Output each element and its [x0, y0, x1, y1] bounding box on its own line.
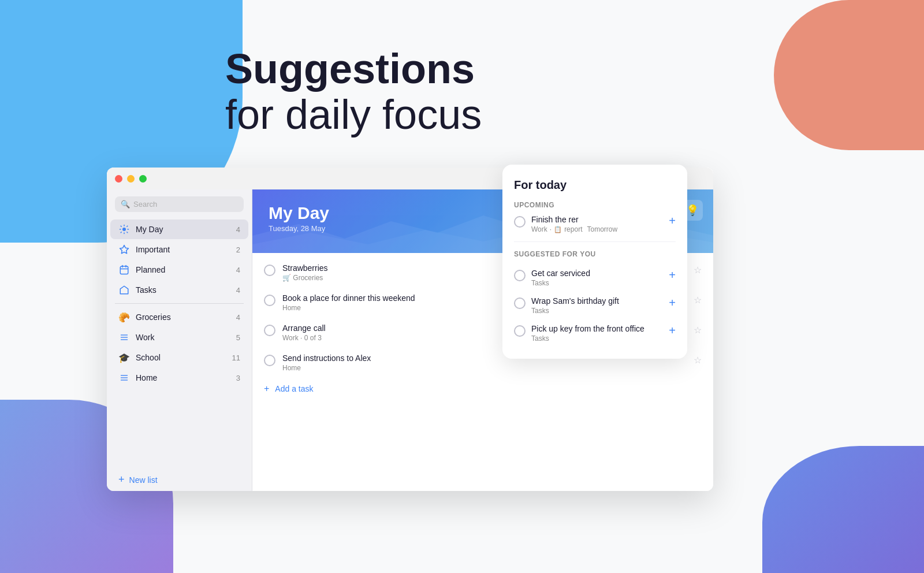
suggested-content: Get car serviced Tasks [531, 269, 663, 287]
upcoming-meta-type: report [564, 225, 582, 233]
new-list-label: New list [129, 475, 158, 485]
task-checkbox[interactable] [264, 295, 275, 306]
svg-rect-2 [120, 266, 128, 274]
calendar-mini-icon: 📋 [554, 226, 562, 233]
nav-divider [115, 303, 244, 304]
sidebar-item-important[interactable]: Important 2 [110, 240, 248, 259]
upcoming-label: Upcoming [514, 201, 676, 209]
task-checkbox[interactable] [264, 325, 275, 336]
plus-icon: + [264, 384, 269, 394]
suggested-title: Get car serviced [531, 269, 663, 278]
sidebar-item-tasks-label: Tasks [136, 285, 230, 295]
sidebar-item-school-count: 11 [232, 354, 240, 362]
star-icon[interactable]: ☆ [694, 355, 702, 366]
suggested-item-3: Pick up key from the front office Tasks … [514, 319, 676, 347]
suggested-list: Tasks [531, 307, 663, 315]
suggested-item-1: Get car serviced Tasks + [514, 264, 676, 292]
suggested-add-button[interactable]: + [669, 296, 676, 310]
svg-marker-1 [120, 245, 129, 254]
suggested-checkbox[interactable] [514, 297, 526, 309]
close-button[interactable] [115, 175, 122, 183]
sidebar-item-my-day-label: My Day [136, 225, 230, 234]
add-task-button[interactable]: + Add a task [252, 378, 713, 400]
calendar-icon [118, 264, 130, 276]
suggested-add-button[interactable]: + [669, 324, 676, 337]
plus-icon: + [118, 474, 125, 486]
sidebar-item-planned-label: Planned [136, 265, 230, 274]
suggested-label: Suggested for you [514, 250, 676, 258]
suggested-list: Tasks [531, 334, 663, 343]
upcoming-add-button[interactable]: + [669, 215, 676, 226]
sidebar: 🔍 Search My Day 4 [107, 168, 252, 491]
sidebar-item-home-count: 3 [236, 374, 240, 382]
bg-coral-top-right [774, 0, 924, 150]
upcoming-item: Finish the rer Work · 📋 report Tomorrow … [514, 215, 676, 242]
upcoming-content: Finish the rer Work · 📋 report Tomorrow [531, 215, 663, 233]
star-icon[interactable]: ☆ [694, 325, 702, 336]
for-today-title: For today [514, 178, 676, 192]
sidebar-item-groceries[interactable]: 🥐 Groceries 4 [110, 307, 248, 327]
list-icon-home [118, 372, 130, 384]
sidebar-item-work-label: Work [136, 333, 230, 342]
sidebar-item-school-label: School [136, 353, 226, 362]
suggested-checkbox[interactable] [514, 270, 526, 281]
upcoming-meta-date: Tomorrow [587, 225, 617, 233]
hero-title: Suggestions [225, 46, 482, 92]
suggested-add-button[interactable]: + [669, 269, 676, 282]
svg-point-0 [122, 228, 126, 231]
suggested-list: Tasks [531, 279, 663, 287]
sidebar-item-work-count: 5 [236, 333, 240, 342]
search-icon: 🔍 [121, 200, 130, 209]
suggested-content: Wrap Sam's birthday gift Tasks [531, 296, 663, 315]
sidebar-item-my-day-count: 4 [236, 225, 240, 234]
new-list-button[interactable]: + New list [110, 469, 248, 490]
suggested-section: Suggested for you Get car serviced Tasks… [514, 250, 676, 347]
upcoming-meta: Work · 📋 report Tomorrow [531, 225, 663, 233]
sidebar-item-planned-count: 4 [236, 266, 240, 274]
sidebar-item-tasks[interactable]: Tasks 4 [110, 280, 248, 300]
task-subtitle: Home [282, 364, 687, 372]
fullscreen-button[interactable] [139, 175, 147, 183]
search-input[interactable]: Search [133, 200, 157, 209]
suggested-title: Wrap Sam's birthday gift [531, 296, 663, 306]
sidebar-item-work[interactable]: Work 5 [110, 328, 248, 347]
sidebar-item-important-count: 2 [236, 245, 240, 254]
suggested-item-2: Wrap Sam's birthday gift Tasks + [514, 292, 676, 319]
upcoming-checkbox[interactable] [514, 216, 526, 228]
for-today-panel: For today Upcoming Finish the rer Work ·… [502, 165, 687, 359]
suggested-title: Pick up key from the front office [531, 324, 663, 333]
sun-icon [118, 224, 130, 235]
star-icon[interactable]: ☆ [694, 295, 702, 306]
star-icon[interactable]: ☆ [694, 265, 702, 276]
sidebar-item-groceries-count: 4 [236, 313, 240, 322]
sidebar-item-important-label: Important [136, 245, 230, 254]
task-checkbox[interactable] [264, 265, 275, 276]
add-task-label: Add a task [275, 384, 313, 393]
sidebar-item-planned[interactable]: Planned 4 [110, 260, 248, 280]
suggested-checkbox[interactable] [514, 325, 526, 337]
home-icon [118, 284, 130, 296]
nav-items: My Day 4 Important 2 [107, 217, 252, 468]
upcoming-title: Finish the rer [531, 215, 663, 224]
bg-blue-bottom-right [762, 446, 924, 573]
upcoming-meta-list: Work [531, 225, 547, 233]
sidebar-item-tasks-count: 4 [236, 286, 240, 295]
groceries-icon: 🥐 [118, 311, 130, 323]
sidebar-item-school[interactable]: 🎓 School 11 [110, 348, 248, 367]
sidebar-item-my-day[interactable]: My Day 4 [110, 219, 248, 239]
list-icon-work [118, 332, 130, 343]
school-icon: 🎓 [118, 352, 130, 363]
hero-section: Suggestions for daily focus [225, 46, 482, 137]
star-icon [118, 244, 130, 255]
search-bar[interactable]: 🔍 Search [115, 196, 244, 212]
minimize-button[interactable] [127, 175, 135, 183]
sidebar-item-groceries-label: Groceries [136, 312, 230, 322]
sidebar-item-home[interactable]: Home 3 [110, 368, 248, 388]
sidebar-item-home-label: Home [136, 373, 230, 382]
task-checkbox[interactable] [264, 355, 275, 366]
hero-subtitle: for daily focus [225, 92, 482, 137]
suggested-content: Pick up key from the front office Tasks [531, 324, 663, 343]
